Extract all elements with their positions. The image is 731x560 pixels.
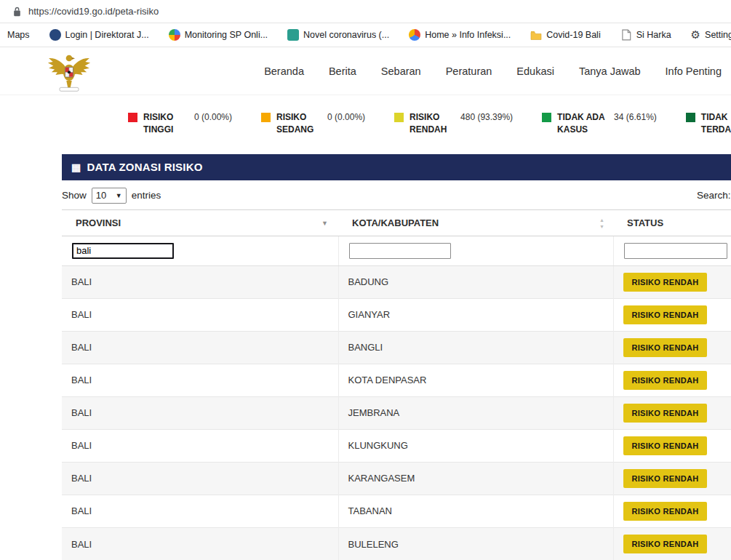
cell-kota: GIANYAR <box>338 298 613 331</box>
status-badge: RISIKO RENDAH <box>623 273 708 292</box>
data-panel: ▦ DATA ZONASI RISIKO Show 10 ▼ entries S… <box>62 154 731 560</box>
bookmark-label: Novel coronavirus (... <box>303 30 389 40</box>
page-size-select[interactable]: 10 ▼ <box>92 188 127 204</box>
column-label: KOTA/KABUPATEN <box>352 217 439 228</box>
risk-color-swatch <box>686 113 695 122</box>
status-filter-input[interactable] <box>624 243 727 259</box>
risk-color-swatch <box>261 113 271 122</box>
filter-cell-kota <box>338 236 613 265</box>
column-header-status[interactable]: STATUS <box>613 209 731 236</box>
main-nav: Beranda Berita Sebaran Peraturan Edukasi… <box>264 47 722 95</box>
bookmark-covid19-bali-folder[interactable]: Covid-19 Bali <box>530 29 600 41</box>
cell-status: RISIKO RENDAH <box>613 495 731 527</box>
risk-zone-table: PROVINSI ▼ KOTA/KABUPATEN ▲▼ STATUS <box>62 209 731 560</box>
legend-risiko-sedang: RISIKO SEDANG 0 (0.00%) <box>261 111 365 137</box>
legend-risiko-tinggi: RISIKO TINGGI 0 (0.00%) <box>128 111 232 137</box>
cell-provinsi: BALI <box>62 527 338 560</box>
favicon-icon <box>49 29 61 41</box>
sort-desc-icon: ▼ <box>321 220 328 227</box>
cell-kota: BADUNG <box>338 265 613 298</box>
nav-sebaran[interactable]: Sebaran <box>381 65 421 77</box>
cell-provinsi: BALI <box>62 495 338 527</box>
status-badge: RISIKO RENDAH <box>623 371 708 390</box>
legend-value: 0 (0.00%) <box>194 112 232 137</box>
cell-provinsi: BALI <box>62 298 338 331</box>
document-icon <box>620 29 632 41</box>
cell-kota: BANGLI <box>338 331 613 364</box>
status-badge: RISIKO RENDAH <box>623 404 708 423</box>
column-header-kota-kabupaten[interactable]: KOTA/KABUPATEN ▲▼ <box>338 209 613 236</box>
table-header-row: PROVINSI ▼ KOTA/KABUPATEN ▲▼ STATUS <box>62 209 731 236</box>
status-badge: RISIKO RENDAH <box>623 338 708 357</box>
nav-edukasi[interactable]: Edukasi <box>516 65 554 77</box>
bookmark-monitoring-sp[interactable]: Monitoring SP Onli... <box>169 29 268 41</box>
sort-both-icon: ▲▼ <box>599 217 604 231</box>
cell-provinsi: BALI <box>62 331 338 364</box>
column-header-provinsi[interactable]: PROVINSI ▼ <box>62 209 338 236</box>
panel-title: DATA ZONASI RISIKO <box>87 161 202 173</box>
bookmark-maps[interactable]: Maps <box>7 30 30 40</box>
nav-info-penting[interactable]: Info Penting <box>666 65 722 77</box>
bookmark-login-direktorat[interactable]: Login | Direktorat J... <box>49 29 149 41</box>
nav-peraturan[interactable]: Peraturan <box>446 65 492 77</box>
status-badge: RISIKO RENDAH <box>623 502 708 521</box>
legend-value: 34 (6.61%) <box>614 112 657 137</box>
risk-color-swatch <box>542 113 551 122</box>
bookmarks-bar: Maps Login | Direktorat J... Monitoring … <box>0 23 731 47</box>
cell-status: RISIKO RENDAH <box>613 265 731 298</box>
legend-label: RISIKO SEDANG <box>276 111 321 137</box>
legend-tidak-ada-kasus: TIDAK ADA KASUS 34 (6.61%) <box>542 111 657 137</box>
kota-filter-input[interactable] <box>349 243 451 259</box>
cell-status: RISIKO RENDAH <box>613 331 731 364</box>
bookmark-label: Maps <box>7 30 30 40</box>
bookmark-home-info-infeksi[interactable]: Home » Info Infeksi... <box>409 29 511 41</box>
provinsi-filter-input[interactable] <box>72 243 174 259</box>
column-label: STATUS <box>627 217 663 228</box>
bookmark-label: Home » Info Infeksi... <box>425 30 511 40</box>
risk-color-swatch <box>394 113 404 122</box>
cell-kota: JEMBRANA <box>338 396 613 429</box>
legend-tidak-terdampak: TIDAK TERDAMPAK 0 <box>686 111 731 137</box>
bookmark-label: Login | Direktorat J... <box>65 30 149 40</box>
table-row: BALI GIANYAR RISIKO RENDAH <box>62 298 731 331</box>
risk-color-swatch <box>128 113 137 122</box>
cell-provinsi: BALI <box>62 429 338 462</box>
panel-header: ▦ DATA ZONASI RISIKO <box>62 154 731 180</box>
filter-cell-provinsi <box>62 236 338 265</box>
table-row: BALI KOTA DENPASAR RISIKO RENDAH <box>62 364 731 396</box>
bookmark-label: Settings <box>705 30 731 40</box>
status-badge: RISIKO RENDAH <box>623 535 708 553</box>
garuda-logo-icon[interactable] <box>47 49 92 94</box>
nav-tanya-jawab[interactable]: Tanya Jawab <box>579 65 641 77</box>
bookmark-settings[interactable]: ⚙ Settings <box>691 29 731 41</box>
lock-icon[interactable] <box>13 7 21 17</box>
cell-kota: KOTA DENPASAR <box>338 364 613 396</box>
legend-label: TIDAK ADA KASUS <box>557 111 608 137</box>
folder-icon <box>530 29 542 41</box>
table-row: BALI KLUNGKUNG RISIKO RENDAH <box>62 429 731 462</box>
cell-provinsi: BALI <box>62 462 338 495</box>
nav-berita[interactable]: Berita <box>329 65 356 77</box>
legend-label: TIDAK TERDAMPAK <box>701 111 731 137</box>
bookmark-label: Monitoring SP Onli... <box>185 30 268 40</box>
table-controls: Show 10 ▼ entries Search: <box>62 180 731 209</box>
legend-risiko-rendah: RISIKO RENDAH 480 (93.39%) <box>394 111 513 137</box>
gear-icon: ⚙ <box>691 29 700 41</box>
filter-row <box>62 236 731 265</box>
status-badge: RISIKO RENDAH <box>623 436 708 455</box>
status-badge: RISIKO RENDAH <box>623 305 708 324</box>
entries-label: entries <box>132 190 161 201</box>
bookmark-novel-coronavirus[interactable]: Novel coronavirus (... <box>287 29 389 41</box>
url-bar[interactable]: https://covid19.go.id/peta-risiko <box>0 0 731 23</box>
favicon-icon <box>287 29 299 41</box>
bookmark-si-harka[interactable]: Si Harka <box>620 29 671 41</box>
cell-kota: BULELENG <box>338 527 613 560</box>
chevron-down-icon: ▼ <box>116 192 122 199</box>
site-header: Beranda Berita Sebaran Peraturan Edukasi… <box>0 47 731 95</box>
cell-provinsi: BALI <box>62 396 338 429</box>
legend-label: RISIKO TINGGI <box>143 111 188 137</box>
table-row: BALI TABANAN RISIKO RENDAH <box>62 495 731 527</box>
legend-label: RISIKO RENDAH <box>410 111 455 137</box>
nav-beranda[interactable]: Beranda <box>264 65 304 77</box>
cell-provinsi: BALI <box>62 364 338 396</box>
